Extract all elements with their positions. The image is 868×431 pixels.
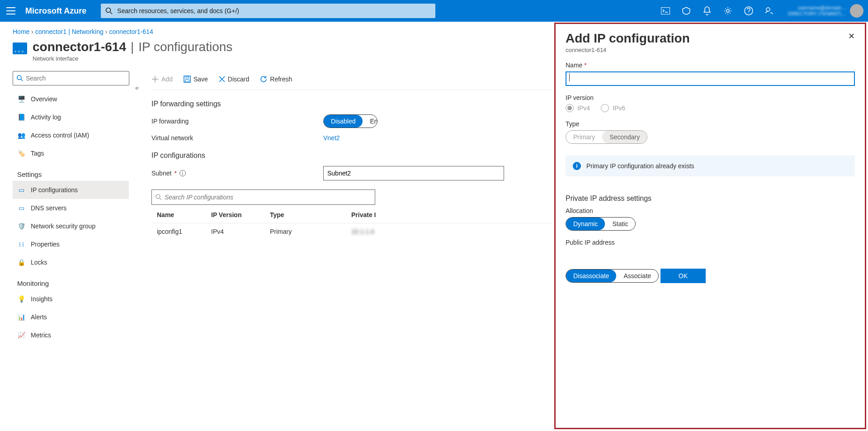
activity-log-icon: 📘: [17, 114, 25, 121]
publicip-group[interactable]: Disassociate Associate: [566, 269, 659, 283]
info-icon[interactable]: i: [179, 170, 186, 176]
private-section: Private IP address settings: [566, 194, 855, 203]
nav-nsg[interactable]: 🛡️ Network security group: [13, 217, 129, 235]
feedback-icon[interactable]: [760, 0, 779, 22]
left-nav: « 🖥️ Overview 📘 Activity log 👥 Access co…: [0, 68, 133, 429]
subnet-input[interactable]: [323, 166, 504, 180]
breadcrumb-current[interactable]: connector1-614: [109, 28, 153, 35]
type-secondary: Secondary: [602, 131, 647, 143]
hamburger-menu[interactable]: [0, 0, 22, 22]
col-type[interactable]: Type: [264, 205, 346, 223]
allocation-group[interactable]: Dynamic Static: [566, 217, 636, 231]
svg-point-5: [766, 8, 770, 11]
avatar[interactable]: [850, 4, 863, 18]
topbar-actions: [656, 0, 783, 22]
svg-point-10: [156, 194, 160, 199]
add-ip-panel: Add IP configuration connector1-614 ✕ Na…: [554, 23, 866, 429]
plus-icon: [151, 76, 159, 83]
refresh-button[interactable]: Refresh: [260, 76, 292, 83]
nav-iam[interactable]: 👥 Access control (IAM): [13, 126, 129, 144]
nav-properties[interactable]: ⫶⫶ Properties: [13, 235, 129, 253]
nav-locks[interactable]: 🔒 Locks: [13, 253, 129, 271]
type-primary: Primary: [566, 131, 602, 143]
chevron-right-icon: ›: [105, 28, 108, 35]
ipfwd-toggle[interactable]: Disabled Enabled: [323, 114, 377, 128]
nav-label: Activity log: [31, 114, 61, 121]
properties-icon: ⫶⫶: [17, 241, 25, 248]
nav-label: Network security group: [31, 223, 95, 230]
ip-search-input[interactable]: [165, 194, 371, 201]
allocation-dynamic[interactable]: Dynamic: [566, 218, 605, 230]
ipversion-group: IPv4 IPv6: [566, 104, 855, 112]
publicip-disassociate[interactable]: Disassociate: [566, 270, 616, 282]
svg-rect-1: [661, 8, 670, 14]
nav-overview[interactable]: 🖥️ Overview: [13, 90, 129, 108]
nav-ip-configurations[interactable]: ▭ IP configurations: [13, 181, 129, 199]
breadcrumb-home[interactable]: Home: [13, 28, 29, 35]
radio-ipv6: [601, 104, 609, 112]
col-version[interactable]: IP Version: [206, 205, 264, 223]
page-title: connector1-614: [33, 40, 126, 54]
nav-label: Overview: [31, 95, 57, 103]
user-account[interactable]: username@domain… DIRECTORY (TENANT)…: [783, 0, 868, 22]
breadcrumb-connector1[interactable]: connector1 | Networking: [35, 28, 104, 35]
nav-label: Tags: [31, 150, 44, 157]
svg-rect-9: [186, 76, 189, 78]
alerts-icon: 📊: [17, 313, 25, 321]
ip-search[interactable]: [151, 189, 375, 205]
tags-icon: 🏷️: [17, 150, 25, 157]
vnet-label: Virtual network: [151, 134, 323, 142]
vnet-link[interactable]: Vnet2: [323, 134, 340, 142]
nav-insights[interactable]: 💡 Insights: [13, 290, 129, 308]
collapse-nav-icon[interactable]: «: [135, 84, 139, 91]
dns-icon: ▭: [17, 204, 25, 212]
nav-metrics[interactable]: 📈 Metrics: [13, 326, 129, 344]
nav-search-input[interactable]: [26, 75, 125, 82]
nav-label: IP configurations: [31, 186, 78, 194]
search-icon: [105, 7, 113, 14]
panel-title: Add IP configuration: [566, 31, 690, 46]
radio-ipv4: [566, 104, 574, 112]
publicip-label: Public IP address: [566, 239, 855, 246]
nav-label: Insights: [31, 295, 52, 303]
refresh-icon: [260, 76, 267, 83]
iam-icon: 👥: [17, 132, 25, 139]
search-icon: [17, 75, 23, 81]
publicip-associate[interactable]: Associate: [616, 270, 658, 282]
settings-icon[interactable]: [718, 0, 738, 22]
help-icon[interactable]: [739, 0, 759, 22]
nav-search[interactable]: [13, 71, 129, 85]
panel-subtitle: connector1-614: [566, 47, 690, 53]
global-search-input[interactable]: [117, 7, 431, 14]
directories-icon[interactable]: [676, 0, 696, 22]
nav-alerts[interactable]: 📊 Alerts: [13, 308, 129, 326]
lock-icon: 🔒: [17, 259, 25, 266]
add-button[interactable]: Add: [151, 76, 173, 83]
svg-point-4: [749, 13, 750, 14]
global-search[interactable]: [101, 4, 435, 18]
info-text: Primary IP configuration already exists: [586, 162, 694, 170]
ipfwd-enabled[interactable]: Enabled: [363, 115, 377, 128]
nav-section-settings: Settings: [13, 162, 129, 181]
overview-icon: 🖥️: [17, 95, 25, 103]
nav-label: Metrics: [31, 332, 51, 339]
allocation-static[interactable]: Static: [605, 218, 635, 230]
discard-button[interactable]: Discard: [219, 76, 249, 83]
close-icon[interactable]: ✕: [848, 31, 855, 41]
shield-icon: 🛡️: [17, 223, 25, 230]
name-input[interactable]: [566, 71, 855, 86]
topbar: Microsoft Azure username@domain… DIRECTO…: [0, 0, 868, 22]
brand[interactable]: Microsoft Azure: [22, 6, 94, 16]
col-name[interactable]: Name: [151, 205, 206, 223]
nav-activity-log[interactable]: 📘 Activity log: [13, 108, 129, 126]
nav-tags[interactable]: 🏷️ Tags: [13, 144, 129, 162]
ipfwd-disabled[interactable]: Disabled: [324, 115, 363, 128]
chevron-right-icon: ›: [31, 28, 33, 35]
svg-point-0: [106, 8, 111, 13]
nav-label: Properties: [31, 241, 60, 248]
cloud-shell-icon[interactable]: [656, 0, 675, 22]
save-button[interactable]: Save: [184, 76, 208, 83]
ok-button[interactable]: OK: [660, 269, 706, 283]
nav-dns-servers[interactable]: ▭ DNS servers: [13, 199, 129, 217]
notifications-icon[interactable]: [697, 0, 717, 22]
